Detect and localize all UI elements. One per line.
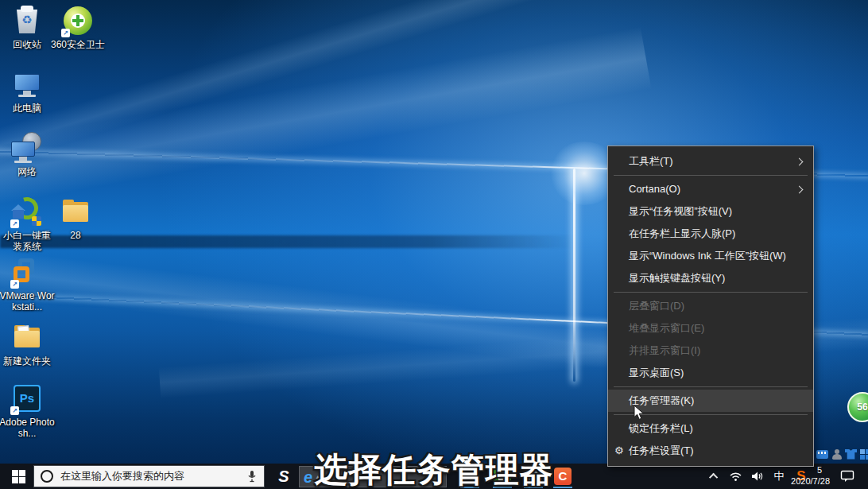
chevron-right-icon (796, 158, 804, 166)
windows-logo-icon (12, 470, 25, 483)
this-pc-icon (11, 68, 43, 100)
icon-label: VMware Workstati... (0, 290, 56, 312)
icon-label: 360安全卫士 (47, 39, 109, 50)
account-icon[interactable] (831, 449, 842, 460)
icon-label: 网络 (0, 166, 56, 177)
photoshop-icon: Ps ↗ (11, 382, 43, 414)
recycle-bin-icon: ♻ (11, 5, 43, 37)
taskbar-search-input[interactable]: 在这里输入你要搜索的内容 (33, 465, 265, 487)
icon-label: 新建文件夹 (0, 355, 56, 367)
desktop-icon-360-safe[interactable]: ↗ 360安全卫士 (47, 5, 109, 50)
tray-clock[interactable]: 5 2020/7/28 (785, 464, 830, 488)
sogou-input-toolbar[interactable] (816, 446, 868, 462)
tray-overflow-chevron[interactable] (707, 464, 722, 489)
search-placeholder: 在这里输入你要搜索的内容 (60, 469, 246, 483)
tutorial-subtitle: 选择任务管理器 (315, 448, 554, 489)
chevron-up-icon (709, 473, 718, 482)
running-indicator (553, 487, 572, 488)
volume-tray-icon[interactable] (749, 464, 766, 489)
toolbox-icon[interactable] (860, 449, 868, 460)
menu-item-lock-taskbar[interactable]: 锁定任务栏(L) (608, 417, 813, 440)
shortcut-arrow-icon: ↗ (61, 29, 70, 37)
menu-item-people-on-taskbar[interactable]: 在任务栏上显示人脉(P) (608, 223, 813, 245)
menu-item-windows-ink-button[interactable]: 显示“Windows Ink 工作区”按钮(W) (608, 245, 813, 267)
menu-item-toolbars[interactable]: 工具栏(T) (608, 150, 813, 173)
menu-separator (614, 386, 808, 387)
menu-item-side-by-side-windows: 并排显示窗口(I) (608, 340, 813, 362)
microphone-icon[interactable] (246, 470, 258, 483)
shortcut-arrow-icon: ↗ (10, 406, 19, 415)
chevron-right-icon (796, 186, 804, 194)
360-safe-icon: ↗ (62, 5, 94, 37)
touch-keyboard-icon[interactable] (816, 450, 828, 459)
menu-item-cascade-windows: 层叠窗口(D) (608, 295, 813, 317)
action-center-button[interactable] (836, 464, 858, 489)
xiaobai-icon: ↗ (11, 196, 43, 227)
windows-desktop: ♻ 回收站 ↗ 360安全卫士 此电脑 网络 ↗ 小白一键重装系统 28 (0, 0, 868, 489)
action-center-icon (840, 470, 855, 483)
network-icon (11, 132, 43, 164)
start-button[interactable] (0, 464, 37, 489)
wifi-tray-icon[interactable] (727, 464, 744, 489)
desktop-icon-folder-28[interactable]: 28 (47, 196, 104, 241)
menu-separator (614, 175, 808, 176)
shortcut-arrow-icon: ↗ (10, 219, 19, 228)
icon-label: 28 (47, 230, 104, 241)
menu-item-cortana[interactable]: Cortana(O) (608, 178, 813, 200)
shortcut-arrow-icon: ↗ (10, 280, 19, 289)
vmware-icon: ↗ (11, 256, 43, 288)
icon-label: 小白一键重装系统 (2, 230, 52, 252)
folder-icon (60, 196, 91, 227)
360-s-swirl-icon[interactable]: S (274, 467, 293, 486)
icon-label: 此电脑 (0, 103, 56, 114)
cortana-icon (41, 470, 53, 483)
desktop-icon-photoshop[interactable]: Ps ↗ Adobe Photosh... (0, 382, 56, 439)
speedball-value: 56 (857, 402, 867, 413)
menu-item-taskbar-settings[interactable]: ⚙ 任务栏设置(T) (608, 440, 813, 462)
mouse-cursor (634, 405, 645, 421)
menu-item-task-view-button[interactable]: 显示“任务视图”按钮(V) (608, 200, 813, 223)
skin-tshirt-icon[interactable] (845, 449, 857, 460)
desktop-icon-vmware[interactable]: ↗ VMware Workstati... (0, 256, 56, 312)
folder-icon (11, 321, 43, 353)
desktop-icon-new-folder[interactable]: 新建文件夹 (0, 321, 56, 367)
gear-icon: ⚙ (614, 440, 624, 462)
desktop-icon-network[interactable]: 网络 (0, 132, 56, 177)
menu-item-touch-keyboard-button[interactable]: 显示触摸键盘按钮(Y) (608, 267, 813, 289)
ie-edge-icon: e (304, 469, 312, 485)
clock-date: 2020/7/28 (785, 475, 830, 487)
menu-separator (614, 292, 808, 293)
icon-label: Adobe Photosh... (0, 417, 56, 439)
ime-indicator[interactable]: 中 (771, 464, 787, 489)
camtasia-icon[interactable]: C (553, 467, 572, 486)
menu-item-stack-windows: 堆叠显示窗口(E) (608, 317, 813, 340)
desktop-icon-this-pc[interactable]: 此电脑 (0, 68, 56, 114)
menu-item-show-desktop[interactable]: 显示桌面(S) (608, 362, 813, 384)
